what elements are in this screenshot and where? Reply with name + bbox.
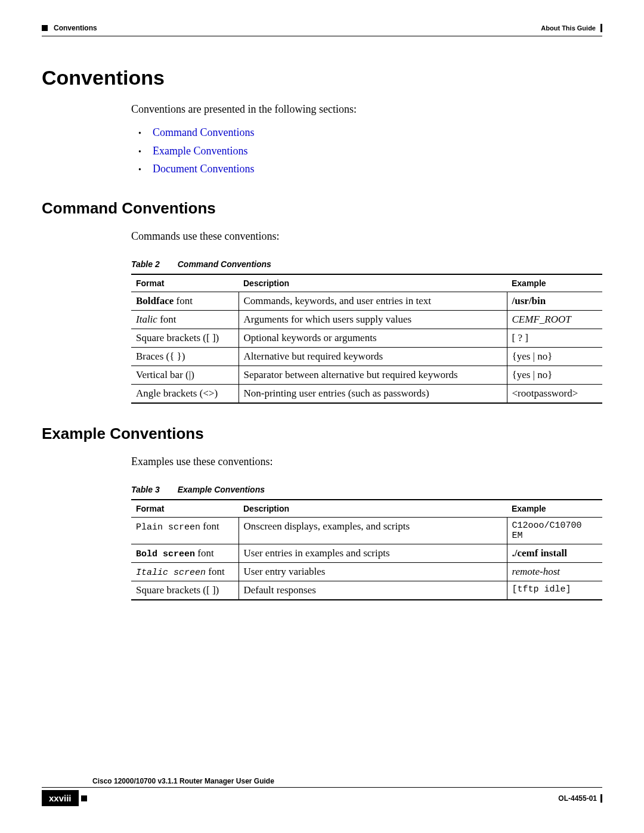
cell-format: Square brackets ([ ]) [131, 581, 239, 600]
cell-example: C12ooo/C10700 EM [507, 517, 602, 544]
cell-example: {yes | no} [507, 347, 602, 366]
th-example: Example [507, 500, 602, 518]
cell-format: Italic screen [136, 568, 206, 578]
cell-format: Angle brackets (<>) [131, 384, 239, 403]
table-command-conventions: Format Description Example Boldface font… [131, 274, 602, 404]
link-command-conventions[interactable]: Command Conventions [153, 126, 255, 138]
header-square-icon [42, 25, 48, 31]
cell-example: {yes | no} [507, 366, 602, 384]
page-number: xxviii [42, 790, 79, 806]
page-footer: Cisco 12000/10700 v3.1.1 Router Manager … [42, 775, 602, 806]
table2-title: Command Conventions [178, 259, 271, 269]
page-title: Conventions [42, 66, 602, 89]
header-left: Conventions [42, 24, 97, 32]
header-rule [42, 36, 602, 36]
table-example-conventions: Format Description Example Plain screen … [131, 499, 602, 600]
cell-format: Boldface [136, 295, 174, 306]
footer-left: xxviii [42, 790, 95, 806]
cell-description: Alternative but required keywords [239, 347, 507, 366]
table-row: Bold screen font User entries in example… [131, 544, 602, 562]
cell-format: Plain screen [136, 522, 200, 532]
footer-right: OL-4455-01 [558, 794, 602, 803]
table3-title: Example Conventions [178, 485, 265, 494]
table-row: Square brackets ([ ]) Default responses … [131, 581, 602, 600]
table-row: Square brackets ([ ]) Optional keywords … [131, 329, 602, 347]
cell-format-suffix: font [206, 566, 225, 577]
cell-format: Braces ({ }) [131, 347, 239, 366]
cell-example: /usr/bin [507, 292, 602, 310]
cell-format-suffix: font [195, 547, 214, 559]
header-guide-label: About This Guide [541, 24, 596, 32]
table-row: Boldface font Commands, keywords, and us… [131, 292, 602, 310]
table-row: Braces ({ }) Alternative but required ke… [131, 347, 602, 366]
page-header: Conventions About This Guide [42, 24, 602, 32]
th-format: Format [131, 500, 239, 518]
cell-format-suffix: font [174, 295, 193, 306]
cell-format: Vertical bar (|) [131, 366, 239, 384]
section-heading-command: Command Conventions [42, 199, 602, 218]
cell-description: Onscreen displays, examples, and scripts [239, 517, 507, 544]
section-heading-example: Example Conventions [42, 425, 602, 443]
footer-square-icon [81, 795, 87, 801]
cell-format-suffix: font [157, 314, 177, 325]
cell-description: Default responses [239, 581, 507, 600]
cell-example: <rootpassword> [507, 384, 602, 403]
cell-example: CEMF_ROOT [507, 310, 602, 329]
th-example: Example [507, 274, 602, 292]
footer-guide-title: Cisco 12000/10700 v3.1.1 Router Manager … [92, 777, 274, 785]
cell-description: User entry variables [239, 562, 507, 581]
table-row: Italic screen font User entry variables … [131, 562, 602, 581]
cell-description: Commands, keywords, and user entries in … [239, 292, 507, 310]
toc-links: Command Conventions Example Conventions … [131, 123, 602, 178]
command-lead: Commands use these conventions: [131, 228, 602, 244]
table3-caption: Table 3Example Conventions [131, 485, 602, 494]
table-row: Vertical bar (|) Separator between alter… [131, 366, 602, 384]
th-description: Description [239, 500, 507, 518]
th-description: Description [239, 274, 507, 292]
intro-text: Conventions are presented in the followi… [131, 101, 602, 117]
example-lead: Examples use these conventions: [131, 454, 602, 470]
cell-format: Square brackets ([ ]) [131, 329, 239, 347]
table3-number: Table 3 [131, 485, 160, 494]
cell-description: Non-printing user entries (such as passw… [239, 384, 507, 403]
cell-example: ./cemf install [507, 544, 602, 562]
table2-caption: Table 2Command Conventions [131, 259, 602, 269]
header-bar-icon [600, 24, 602, 32]
table-row: Italic font Arguments for which users su… [131, 310, 602, 329]
cell-example: remote-host [507, 562, 602, 581]
table2-number: Table 2 [131, 259, 160, 269]
link-document-conventions[interactable]: Document Conventions [153, 163, 254, 175]
cell-description: User entries in examples and scripts [239, 544, 507, 562]
th-format: Format [131, 274, 239, 292]
cell-format: Italic [136, 314, 157, 325]
footer-doc-id: OL-4455-01 [558, 794, 597, 803]
header-section-label: Conventions [54, 24, 97, 32]
cell-example: [ ? ] [507, 329, 602, 347]
header-right: About This Guide [541, 24, 602, 32]
cell-format: Bold screen [136, 549, 195, 559]
table-row: Plain screen font Onscreen displays, exa… [131, 517, 602, 544]
footer-bar-icon [600, 794, 602, 803]
cell-description: Optional keywords or arguments [239, 329, 507, 347]
cell-description: Arguments for which users supply values [239, 310, 507, 329]
table-row: Angle brackets (<>) Non-printing user en… [131, 384, 602, 403]
link-example-conventions[interactable]: Example Conventions [153, 145, 247, 157]
cell-format-suffix: font [200, 521, 219, 532]
cell-example: [tftp idle] [507, 581, 602, 600]
footer-rule [42, 787, 602, 788]
cell-description: Separator between alternative but requir… [239, 366, 507, 384]
